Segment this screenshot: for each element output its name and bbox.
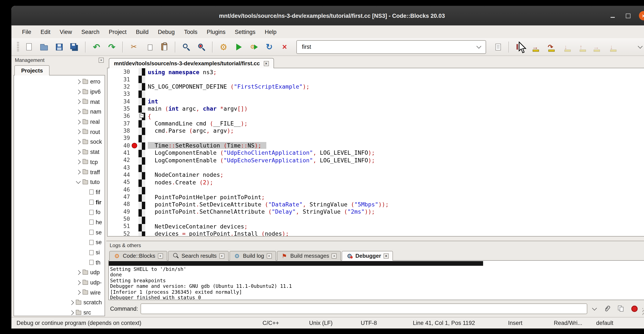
run-button[interactable] — [232, 41, 245, 53]
paste-button[interactable] — [158, 41, 171, 53]
menu-project[interactable]: Project — [104, 27, 131, 37]
tree-item-udp-[interactable]: udp- — [14, 278, 104, 287]
line-number[interactable]: 37 — [108, 120, 130, 127]
selected-log-line[interactable] — [109, 261, 483, 266]
tree-item-se[interactable]: se — [14, 227, 104, 237]
log-tab-build-messages[interactable]: Build messages× — [277, 251, 341, 261]
chevron-right-icon[interactable] — [76, 280, 81, 285]
tree-item-fo[interactable]: fo — [14, 207, 104, 217]
chevron-right-icon[interactable] — [76, 290, 81, 295]
tree-item-udp[interactable]: udp — [14, 267, 104, 277]
close-icon[interactable]: × — [264, 61, 269, 66]
tree-item-scratch[interactable]: scratch — [14, 297, 104, 307]
chevron-right-icon[interactable] — [76, 79, 81, 84]
tree-item-tuto[interactable]: tuto — [14, 177, 104, 187]
close-button[interactable]: × — [639, 11, 644, 20]
menu-plugins[interactable]: Plugins — [202, 27, 230, 37]
save-all-button[interactable] — [68, 41, 81, 53]
step-into-button[interactable]: ↓ — [559, 41, 572, 53]
log-tab-code-blocks[interactable]: Code::Blocks× — [109, 251, 167, 261]
menu-debug[interactable]: Debug — [153, 27, 180, 37]
chevron-right-icon[interactable] — [76, 140, 81, 145]
code-editor[interactable]: 30using namespace ns3;3132NS_LOG_COMPONE… — [107, 68, 644, 236]
copy-button[interactable] — [143, 41, 156, 53]
line-number[interactable]: 46 — [108, 186, 130, 193]
line-number[interactable]: 48 — [108, 201, 130, 207]
line-number[interactable]: 39 — [108, 135, 130, 141]
close-icon[interactable]: × — [384, 253, 389, 258]
chevron-right-icon[interactable] — [69, 310, 74, 315]
editor-tab-first-cc[interactable]: mnt/dev/tools/source/ns-3-dev/examples/t… — [109, 58, 274, 68]
line-number[interactable]: 35 — [108, 106, 130, 112]
step-out-button[interactable]: ↑ — [574, 41, 587, 53]
menu-build[interactable]: Build — [131, 27, 153, 37]
close-icon[interactable]: × — [99, 58, 104, 63]
line-number[interactable]: 45 — [108, 179, 130, 185]
log-tab-search-results[interactable]: Search results× — [168, 251, 228, 261]
menu-view[interactable]: View — [55, 27, 77, 37]
log-tab-build-log[interactable]: Build log× — [229, 251, 276, 261]
abort-build-button[interactable]: × — [278, 41, 291, 53]
line-number[interactable]: 32 — [108, 84, 130, 90]
line-number[interactable]: 50 — [108, 216, 130, 222]
line-number[interactable]: 36 — [108, 113, 130, 119]
editor-logs-splitter[interactable] — [107, 236, 644, 240]
tree-item-si[interactable]: si — [14, 247, 104, 257]
minimize-button[interactable] — [608, 12, 617, 20]
tree-item-sock[interactable]: sock — [14, 137, 104, 147]
line-number[interactable]: 38 — [108, 128, 130, 134]
chevron-right-icon[interactable] — [76, 99, 81, 104]
tree-item-mat[interactable]: mat — [14, 97, 104, 107]
debug-continue-button[interactable] — [514, 41, 526, 53]
save-button[interactable] — [53, 41, 66, 53]
build-button[interactable]: ⚙ — [217, 41, 230, 53]
build-and-run-button[interactable]: ⚙ — [248, 41, 260, 53]
menu-search[interactable]: Search — [77, 27, 104, 37]
line-number[interactable]: 47 — [108, 194, 130, 200]
find-in-files-button[interactable] — [195, 41, 208, 53]
log-tab-debugger[interactable]: Debugger× — [342, 251, 393, 261]
tree-item-wire[interactable]: wire — [14, 287, 104, 297]
chevron-right-icon[interactable] — [76, 160, 81, 164]
close-icon[interactable]: × — [158, 253, 163, 258]
menu-settings[interactable]: Settings — [230, 27, 260, 37]
chevron-right-icon[interactable] — [76, 170, 81, 175]
line-number[interactable]: 34 — [108, 98, 130, 105]
chevron-right-icon[interactable] — [76, 270, 81, 275]
redo-button[interactable]: ↷ — [106, 41, 118, 53]
close-icon[interactable]: × — [266, 253, 272, 258]
tree-item-stat[interactable]: stat — [14, 147, 104, 157]
debugger-output[interactable]: Setting SHELL to '/bin/sh'doneSetting br… — [108, 260, 644, 300]
line-number[interactable]: 33 — [108, 91, 130, 97]
breakpoint-margin[interactable] — [130, 143, 138, 148]
next-line-button[interactable]: ↷ — [544, 41, 557, 53]
chevron-right-icon[interactable] — [76, 120, 81, 124]
chevron-right-icon[interactable] — [69, 300, 74, 305]
tree-item-se[interactable]: se — [14, 237, 104, 247]
toolbar-overflow-button[interactable] — [634, 41, 644, 53]
copy-log-button[interactable] — [615, 303, 626, 314]
line-number[interactable]: 40 — [108, 142, 130, 149]
line-number[interactable]: 42 — [108, 157, 130, 163]
tree-item-th[interactable]: th — [14, 257, 104, 267]
titlebar[interactable]: mnt/dev/tools/source/ns-3-dev/examples/t… — [12, 6, 644, 26]
line-number[interactable]: 51 — [108, 223, 130, 229]
maximize-button[interactable] — [624, 12, 632, 20]
tree-item-real[interactable]: real — [14, 117, 104, 127]
next-instruction-button[interactable]: → — [590, 41, 602, 53]
step-into-instruction-button[interactable]: ↓ — [605, 41, 618, 53]
tree-item-fir[interactable]: fir — [14, 197, 104, 207]
build-target-combobox[interactable]: first — [296, 40, 486, 54]
line-number[interactable]: 49 — [108, 208, 130, 215]
open-file-button[interactable] — [38, 41, 50, 53]
tree-item-tcp[interactable]: tcp — [14, 157, 104, 167]
find-button[interactable] — [180, 41, 193, 53]
panel-resize-grip[interactable] — [642, 308, 644, 315]
new-file-button[interactable] — [22, 41, 35, 53]
close-icon[interactable]: × — [332, 253, 337, 258]
close-icon[interactable]: × — [219, 253, 224, 258]
chevron-right-icon[interactable] — [76, 89, 81, 94]
tab-projects[interactable]: Projects — [14, 65, 50, 76]
fold-minus-icon[interactable]: − — [140, 114, 144, 118]
breakpoint-icon[interactable] — [132, 143, 137, 148]
